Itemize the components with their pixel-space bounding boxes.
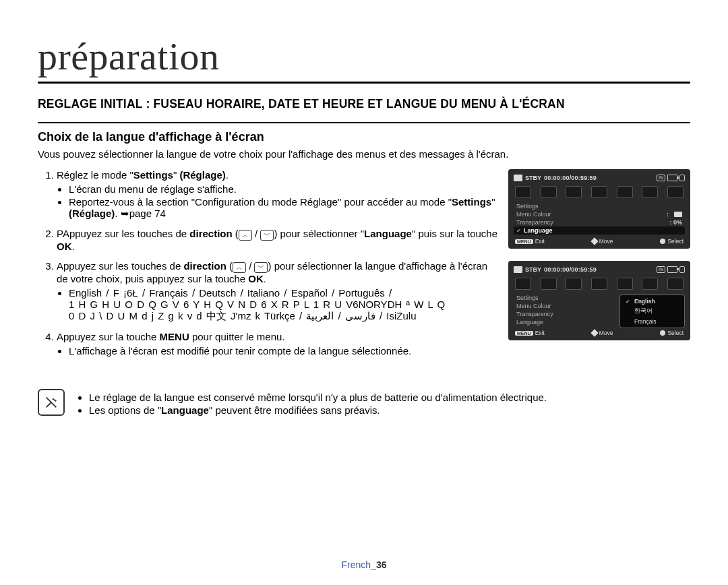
step-3: Appuyez sur les touches de direction (︿ … (57, 260, 499, 323)
mode-icon (591, 278, 607, 290)
timecode: 00:00:00/00:59:59 (544, 175, 597, 181)
exit-label: Exit (535, 330, 545, 336)
menu-row-language: ✔Language (514, 226, 685, 235)
step1-bullets: L'écran du menu de réglage s'affiche. Re… (57, 183, 499, 220)
note-icon (38, 389, 65, 416)
top-misc-icon (679, 175, 685, 181)
intro-text: Vous pouvez sélectionner la langue de vo… (38, 148, 690, 160)
mode-icon (617, 186, 633, 198)
select-label: Select (667, 330, 684, 336)
top-misc-icon (679, 266, 685, 273)
mode-icon (541, 278, 557, 290)
chevron-up-icon: ︿ (233, 262, 246, 273)
menu-row-menu-colour: Menu Colour: (514, 210, 685, 218)
stby-label: STBY (525, 266, 541, 273)
move-icon (590, 237, 598, 245)
steps-list: Réglez le mode "Settings" (Réglage). L'é… (38, 169, 499, 357)
battery-icon (667, 175, 677, 181)
timecode: 00:00:00/00:59:59 (544, 266, 597, 273)
step1-settings: Settings (133, 169, 173, 181)
step4-bullets: L'affichage à l'écran est modifié pour t… (57, 345, 499, 357)
subheading: Choix de la langue d'affichage à l'écran (38, 130, 690, 144)
footer-label: French_ (342, 559, 376, 570)
menu-badge-icon: MENU (515, 239, 533, 244)
step4-bullet-1: L'affichage à l'écran est modifié pour t… (69, 345, 499, 357)
note-bullets: Le réglage de la langue est conservé mêm… (77, 392, 547, 417)
camera-icon (514, 175, 522, 181)
mode-icon (642, 186, 658, 198)
mode-icon (667, 186, 684, 198)
step1-bullet-2: Reportez-vous à la section "Configuratio… (69, 196, 499, 220)
step-1: Réglez le mode "Settings" (Réglage). L'é… (57, 169, 499, 220)
divider-thin (38, 122, 690, 123)
step1-text-c: " (173, 169, 180, 181)
footer-page-number: 36 (376, 559, 387, 570)
check-icon: ✔ (626, 299, 631, 305)
chapter-title: préparation (38, 34, 690, 79)
check-icon: ✔ (516, 228, 521, 234)
select-icon (660, 239, 665, 244)
in-badge: IN (657, 175, 665, 181)
step-4: Appuyez sur la touche MENU pour quitter … (57, 331, 499, 357)
mode-icon (667, 278, 684, 290)
mode-icon (642, 278, 658, 290)
mode-icon (566, 186, 582, 198)
section-heading: REGLAGE INITIAL : FUSEAU HORAIRE, DATE E… (38, 97, 690, 111)
stby-label: STBY (525, 175, 541, 181)
note-block: Le réglage de la langue est conservé mêm… (38, 389, 690, 417)
popup-item-english: ✔English (620, 297, 684, 306)
battery-icon (667, 266, 677, 273)
mode-icon (617, 278, 633, 290)
menu-row-transparency: Transparency: 0% (514, 218, 685, 226)
steps-column: Réglez le mode "Settings" (Réglage). L'é… (38, 169, 499, 365)
menu-badge-icon: MENU (515, 331, 533, 336)
camera-icon (514, 266, 522, 273)
document-page: préparation REGLAGE INITIAL : FUSEAU HOR… (0, 0, 728, 585)
step1-text-a: Réglez le mode " (57, 169, 133, 181)
mode-icon (515, 186, 531, 198)
note-bullet-1: Le réglage de la langue est conservé mêm… (89, 392, 547, 403)
step-2: PAppuyez sur les touches de direction (︿… (57, 228, 499, 252)
select-icon (660, 330, 665, 336)
popup-item-korean: 한국어 (620, 306, 684, 317)
step1-reglage: (Réglage) (179, 169, 225, 181)
mode-icon (541, 186, 557, 198)
language-popup: ✔English 한국어 Français (619, 295, 685, 328)
chevron-down-icon: ﹀ (254, 262, 268, 273)
in-badge: IN (657, 266, 665, 273)
divider-thick (38, 82, 690, 84)
exit-label: Exit (535, 238, 545, 245)
screenshot-language-popup: STBY 00:00:00/00:59:59 IN (508, 261, 690, 340)
step1-bullet-1: L'écran du menu de réglage s'affiche. (69, 183, 499, 195)
mode-icon (566, 278, 582, 290)
mode-icon (515, 278, 531, 290)
mode-icon (591, 186, 607, 198)
step3-languages: English / F ¡6Ł / Français / Deutsch / I… (69, 287, 499, 323)
screenshots-column: STBY 00:00:00/00:59:59 IN (508, 169, 690, 365)
chevron-down-icon: ﹀ (260, 230, 274, 241)
menu-row-settings: Settings (514, 202, 685, 210)
colour-swatch-icon (674, 212, 682, 217)
chevron-up-icon: ︿ (239, 230, 252, 241)
select-label: Select (667, 238, 684, 245)
note-bullet-2: Les options de "Language" peuvent être m… (89, 404, 547, 416)
step3-bullets: English / F ¡6Ł / Français / Deutsch / I… (57, 287, 499, 323)
page-footer: French_36 (0, 559, 728, 570)
move-icon (590, 329, 598, 336)
screenshot-settings-language: STBY 00:00:00/00:59:59 IN (508, 169, 690, 249)
move-label: Move (599, 238, 613, 245)
popup-item-francais: Français (620, 317, 684, 326)
step1-text-e: . (226, 169, 229, 181)
move-label: Move (599, 330, 613, 336)
